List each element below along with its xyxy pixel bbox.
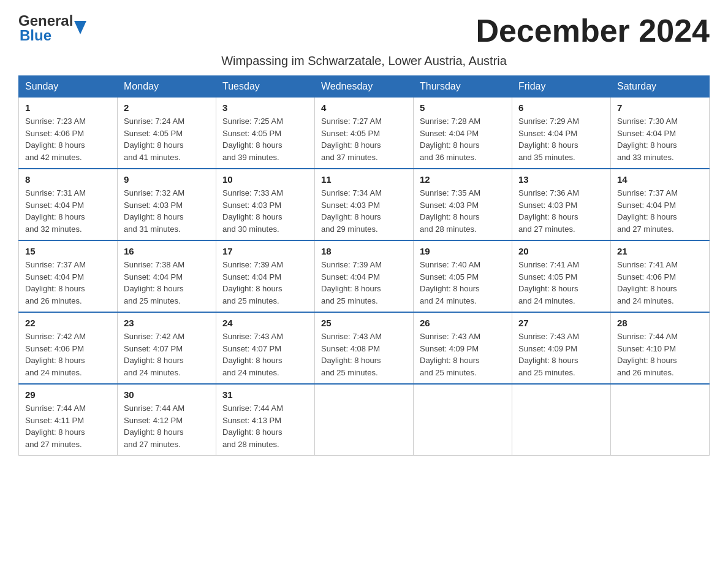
header-thursday: Thursday: [414, 76, 512, 98]
calendar-cell: 28 Sunrise: 7:44 AMSunset: 4:10 PMDaylig…: [611, 312, 710, 384]
day-number: 2: [124, 102, 210, 113]
day-info: Sunrise: 7:40 AMSunset: 4:05 PMDaylight:…: [420, 260, 480, 305]
day-number: 26: [420, 318, 506, 328]
day-number: 5: [420, 102, 506, 113]
calendar-cell: 30 Sunrise: 7:44 AMSunset: 4:12 PMDaylig…: [118, 384, 216, 456]
day-info: Sunrise: 7:29 AMSunset: 4:04 PMDaylight:…: [518, 117, 579, 162]
calendar-cell: 13 Sunrise: 7:36 AMSunset: 4:03 PMDaylig…: [512, 169, 611, 240]
day-number: 1: [25, 102, 111, 113]
day-info: Sunrise: 7:37 AMSunset: 4:04 PMDaylight:…: [617, 188, 678, 234]
day-number: 13: [518, 174, 604, 185]
day-info: Sunrise: 7:44 AMSunset: 4:10 PMDaylight:…: [617, 332, 678, 377]
day-number: 14: [617, 174, 703, 185]
day-info: Sunrise: 7:24 AMSunset: 4:05 PMDaylight:…: [124, 117, 184, 162]
day-info: Sunrise: 7:28 AMSunset: 4:04 PMDaylight:…: [420, 117, 480, 162]
calendar-cell: 5 Sunrise: 7:28 AMSunset: 4:04 PMDayligh…: [414, 98, 512, 169]
week-row-5: 29 Sunrise: 7:44 AMSunset: 4:11 PMDaylig…: [19, 384, 710, 456]
day-number: 19: [420, 246, 506, 256]
day-number: 24: [222, 318, 308, 328]
day-info: Sunrise: 7:43 AMSunset: 4:08 PMDaylight:…: [321, 332, 382, 377]
calendar-cell: 22 Sunrise: 7:42 AMSunset: 4:06 PMDaylig…: [19, 312, 118, 384]
calendar-cell: 2 Sunrise: 7:24 AMSunset: 4:05 PMDayligh…: [118, 98, 216, 169]
day-number: 20: [518, 246, 604, 256]
calendar-cell: 11 Sunrise: 7:34 AMSunset: 4:03 PMDaylig…: [315, 169, 414, 240]
day-number: 4: [321, 102, 407, 113]
header-friday: Friday: [512, 76, 611, 98]
calendar-cell: 31 Sunrise: 7:44 AMSunset: 4:13 PMDaylig…: [216, 384, 315, 456]
day-info: Sunrise: 7:39 AMSunset: 4:04 PMDaylight:…: [222, 260, 283, 305]
calendar-cell: 12 Sunrise: 7:35 AMSunset: 4:03 PMDaylig…: [414, 169, 512, 240]
day-number: 25: [321, 318, 407, 328]
calendar-header-row: SundayMondayTuesdayWednesdayThursdayFrid…: [19, 76, 710, 98]
day-number: 7: [617, 102, 703, 113]
day-number: 22: [25, 318, 111, 328]
day-info: Sunrise: 7:43 AMSunset: 4:09 PMDaylight:…: [518, 332, 579, 377]
day-info: Sunrise: 7:44 AMSunset: 4:11 PMDaylight:…: [25, 404, 86, 449]
calendar-cell: 7 Sunrise: 7:30 AMSunset: 4:04 PMDayligh…: [611, 98, 710, 169]
calendar-cell: 3 Sunrise: 7:25 AMSunset: 4:05 PMDayligh…: [216, 98, 315, 169]
day-info: Sunrise: 7:33 AMSunset: 4:03 PMDaylight:…: [222, 188, 283, 234]
calendar-cell: 15 Sunrise: 7:37 AMSunset: 4:04 PMDaylig…: [19, 240, 118, 312]
day-info: Sunrise: 7:43 AMSunset: 4:09 PMDaylight:…: [420, 332, 480, 377]
day-number: 6: [518, 102, 604, 113]
calendar-cell: 4 Sunrise: 7:27 AMSunset: 4:05 PMDayligh…: [315, 98, 414, 169]
day-number: 30: [124, 389, 210, 400]
header-tuesday: Tuesday: [216, 76, 315, 98]
calendar-cell: 29 Sunrise: 7:44 AMSunset: 4:11 PMDaylig…: [19, 384, 118, 456]
subtitle: Wimpassing im Schwarzatale, Lower Austri…: [18, 54, 710, 68]
calendar-cell: [315, 384, 414, 456]
header-monday: Monday: [118, 76, 216, 98]
calendar-cell: 16 Sunrise: 7:38 AMSunset: 4:04 PMDaylig…: [118, 240, 216, 312]
day-info: Sunrise: 7:41 AMSunset: 4:05 PMDaylight:…: [518, 260, 579, 305]
day-info: Sunrise: 7:30 AMSunset: 4:04 PMDaylight:…: [617, 117, 678, 162]
day-number: 16: [124, 246, 210, 256]
svg-marker-0: [74, 21, 86, 34]
logo-blue-text: Blue: [20, 27, 51, 44]
calendar-cell: 19 Sunrise: 7:40 AMSunset: 4:05 PMDaylig…: [414, 240, 512, 312]
day-number: 17: [222, 246, 308, 256]
day-number: 15: [25, 246, 111, 256]
week-row-3: 15 Sunrise: 7:37 AMSunset: 4:04 PMDaylig…: [19, 240, 710, 312]
calendar-cell: 26 Sunrise: 7:43 AMSunset: 4:09 PMDaylig…: [414, 312, 512, 384]
day-info: Sunrise: 7:41 AMSunset: 4:06 PMDaylight:…: [617, 260, 678, 305]
day-info: Sunrise: 7:37 AMSunset: 4:04 PMDaylight:…: [25, 260, 86, 305]
day-number: 12: [420, 174, 506, 185]
page-header: General Blue December 2024: [18, 12, 710, 49]
calendar-cell: 6 Sunrise: 7:29 AMSunset: 4:04 PMDayligh…: [512, 98, 611, 169]
day-number: 18: [321, 246, 407, 256]
calendar-cell: 24 Sunrise: 7:43 AMSunset: 4:07 PMDaylig…: [216, 312, 315, 384]
header-sunday: Sunday: [19, 76, 118, 98]
calendar-cell: 1 Sunrise: 7:23 AMSunset: 4:06 PMDayligh…: [19, 98, 118, 169]
calendar-cell: 8 Sunrise: 7:31 AMSunset: 4:04 PMDayligh…: [19, 169, 118, 240]
day-number: 8: [25, 174, 111, 185]
day-number: 29: [25, 389, 111, 400]
calendar-cell: [512, 384, 611, 456]
day-info: Sunrise: 7:42 AMSunset: 4:06 PMDaylight:…: [25, 332, 86, 377]
day-number: 3: [222, 102, 308, 113]
calendar-cell: 23 Sunrise: 7:42 AMSunset: 4:07 PMDaylig…: [118, 312, 216, 384]
logo: General Blue: [18, 12, 74, 44]
calendar-cell: 17 Sunrise: 7:39 AMSunset: 4:04 PMDaylig…: [216, 240, 315, 312]
day-info: Sunrise: 7:23 AMSunset: 4:06 PMDaylight:…: [25, 117, 86, 162]
week-row-4: 22 Sunrise: 7:42 AMSunset: 4:06 PMDaylig…: [19, 312, 710, 384]
day-info: Sunrise: 7:39 AMSunset: 4:04 PMDaylight:…: [321, 260, 382, 305]
day-number: 21: [617, 246, 703, 256]
calendar-cell: 9 Sunrise: 7:32 AMSunset: 4:03 PMDayligh…: [118, 169, 216, 240]
day-number: 28: [617, 318, 703, 328]
day-info: Sunrise: 7:34 AMSunset: 4:03 PMDaylight:…: [321, 188, 382, 234]
day-info: Sunrise: 7:32 AMSunset: 4:03 PMDaylight:…: [124, 188, 184, 234]
calendar-cell: [414, 384, 512, 456]
calendar-cell: 18 Sunrise: 7:39 AMSunset: 4:04 PMDaylig…: [315, 240, 414, 312]
day-number: 9: [124, 174, 210, 185]
month-title: December 2024: [476, 12, 710, 49]
day-info: Sunrise: 7:43 AMSunset: 4:07 PMDaylight:…: [222, 332, 283, 377]
day-number: 23: [124, 318, 210, 328]
header-wednesday: Wednesday: [315, 76, 414, 98]
day-info: Sunrise: 7:35 AMSunset: 4:03 PMDaylight:…: [420, 188, 480, 234]
day-info: Sunrise: 7:42 AMSunset: 4:07 PMDaylight:…: [124, 332, 184, 377]
day-info: Sunrise: 7:38 AMSunset: 4:04 PMDaylight:…: [124, 260, 184, 305]
calendar-cell: 27 Sunrise: 7:43 AMSunset: 4:09 PMDaylig…: [512, 312, 611, 384]
day-info: Sunrise: 7:44 AMSunset: 4:12 PMDaylight:…: [124, 404, 184, 449]
calendar-cell: 20 Sunrise: 7:41 AMSunset: 4:05 PMDaylig…: [512, 240, 611, 312]
week-row-1: 1 Sunrise: 7:23 AMSunset: 4:06 PMDayligh…: [19, 98, 710, 169]
